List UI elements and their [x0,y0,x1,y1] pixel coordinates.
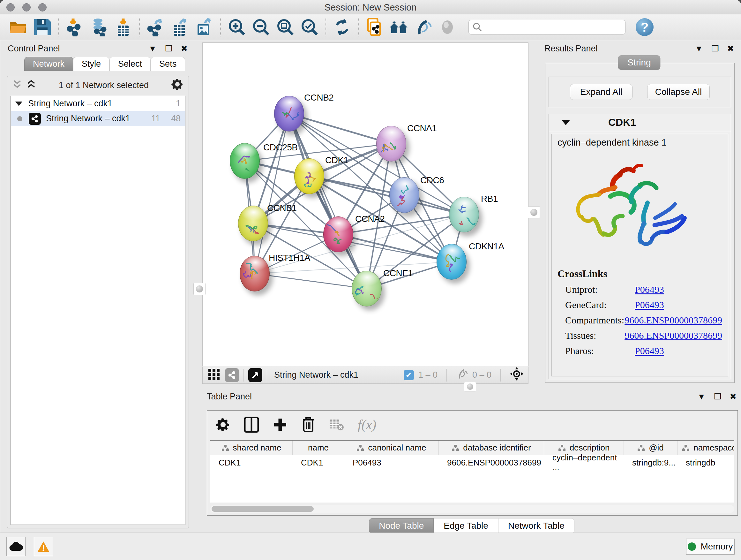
crosslink-link[interactable]: 9606.ENSP00000378699 [624,315,722,326]
column-header-namespace[interactable]: namespace [677,441,734,455]
search-box[interactable] [468,20,625,35]
results-tab-string[interactable]: String [618,55,660,70]
warnings-icon[interactable] [34,537,53,556]
import-network-from-database-icon[interactable] [89,17,109,37]
results-panel-float-icon[interactable]: ❐ [711,44,719,54]
network-node-rb1[interactable] [449,197,479,233]
collapse-all-networks-icon[interactable] [12,79,22,92]
right-splitter-handle[interactable] [528,206,540,219]
table-panel-float-icon[interactable]: ❐ [714,392,721,401]
export-network-icon[interactable] [146,17,165,37]
save-session-icon[interactable] [32,17,52,37]
control-panel-collapse-icon[interactable]: ▼ [148,44,157,54]
table-cell[interactable]: 9606.ENSP00000378699 [439,455,544,470]
crosslink-link[interactable]: P06493 [635,300,664,310]
table-panel-close-icon[interactable]: ✖ [730,392,737,401]
hidden-eye-slash-icon[interactable] [456,368,468,381]
zoom-in-icon[interactable] [227,17,247,37]
birdseye-view-icon[interactable] [248,368,262,382]
cloud-status-icon[interactable] [6,537,25,556]
refresh-icon[interactable] [332,17,352,37]
column-header-canonical-name[interactable]: canonical name [344,441,439,455]
column-header--id[interactable]: @id [624,441,677,455]
add-column-icon[interactable] [273,417,287,432]
table-cell[interactable]: cyclin–dependent ... [544,455,624,470]
tab-sets[interactable]: Sets [151,57,185,71]
table-cell[interactable]: P06493 [344,455,439,470]
table-settings-gear-icon[interactable] [216,418,230,432]
gene-collapse-icon[interactable] [562,120,570,125]
tab-network-table[interactable]: Network Table [498,518,575,534]
network-collection-row[interactable]: String Network – cdk1 1 [11,96,185,111]
table-horizontal-scrollbar[interactable] [210,505,734,513]
expand-all-button[interactable]: Expand All [570,84,632,100]
crosslink-row: Compartments:9606.ENSP00000378699 [557,315,722,326]
search-input[interactable] [485,22,621,32]
network-node-ccna2[interactable] [323,216,353,252]
network-row-selected[interactable]: String Network – cdk1 11 48 [11,111,185,126]
network-node-hist1h1a[interactable] [240,256,270,292]
zoom-selected-icon[interactable] [300,17,320,37]
network-canvas[interactable]: CCNB2CCNA1CDC25BCDK1CDC6RB1CCNB1CCNA2CDK… [202,43,529,366]
tab-style[interactable]: Style [73,57,110,71]
tab-select[interactable]: Select [110,57,151,71]
network-edge[interactable] [289,114,391,144]
network-edge[interactable] [255,114,289,273]
table-cell[interactable]: stringdb [677,455,734,470]
control-panel-close-icon[interactable]: ✖ [181,44,188,54]
duplicate-network-icon[interactable] [365,17,385,37]
help-icon[interactable]: ? [636,18,654,36]
export-image-icon[interactable] [194,17,214,37]
column-header-shared-name[interactable]: shared name [210,441,293,455]
tab-network[interactable]: Network [24,57,73,71]
network-node-ccnb2[interactable] [274,96,304,132]
network-options-gear-icon[interactable] [172,78,184,92]
collapse-all-button[interactable]: Collapse All [647,84,710,100]
open-session-icon[interactable] [8,17,28,37]
results-panel-collapse-icon[interactable]: ▼ [695,44,703,54]
column-header-name[interactable]: name [293,441,344,455]
network-node-ccna1[interactable] [376,126,406,162]
network-node-ccnb1[interactable] [238,206,268,241]
left-splitter-handle[interactable] [193,283,205,295]
tab-edge-table[interactable]: Edge Table [434,518,498,534]
network-node-cdc6[interactable] [389,177,419,213]
network-node-cdkn1a[interactable] [436,244,467,280]
delete-column-icon[interactable] [301,417,315,433]
network-node-cdc25b[interactable] [230,143,260,179]
import-network-from-file-icon[interactable] [65,17,84,37]
node-table[interactable]: shared namenamecanonical namedatabase id… [210,440,734,503]
column-header-database-identifier[interactable]: database identifier [439,441,544,455]
toggle-column-panel-icon[interactable] [244,417,259,433]
table-row[interactable]: CDK1CDK1P064939606.ENSP00000378699cyclin… [210,455,734,470]
export-table-icon[interactable] [170,17,190,37]
results-panel-close-icon[interactable]: ✖ [727,44,734,54]
scrollbar-thumb[interactable] [212,506,314,512]
table-panel-collapse-icon[interactable]: ▼ [697,392,705,401]
tab-node-table[interactable]: Node Table [369,518,434,534]
network-node-ccne1[interactable] [352,271,382,307]
search-icon [473,22,482,32]
network-node-cdk1[interactable] [294,159,324,194]
selected-checkbox-icon[interactable]: ✔ [404,370,414,380]
crosslink-link[interactable]: P06493 [635,284,664,295]
control-panel-float-icon[interactable]: ❐ [165,44,172,54]
expand-all-networks-icon[interactable] [26,79,36,92]
memory-button[interactable]: Memory [686,539,735,555]
pan-crosshair-icon[interactable] [510,367,524,383]
table-cell[interactable]: stringdb:9... [624,455,677,470]
network-edge[interactable] [255,273,367,289]
table-cell[interactable]: CDK1 [210,455,293,470]
first-neighbors-icon[interactable] [389,17,409,37]
zoom-out-icon[interactable] [251,17,271,37]
crosslink-link[interactable]: P06493 [635,346,664,356]
import-table-from-file-icon[interactable] [113,17,133,37]
crosslink-link[interactable]: 9606.ENSP00000378699 [624,330,722,341]
table-cell[interactable]: CDK1 [293,455,344,470]
zoom-fit-icon[interactable] [275,17,295,37]
gene-section-header[interactable]: CDK1 [549,114,731,131]
collection-expand-icon[interactable] [15,102,22,106]
grid-view-icon[interactable] [208,368,220,382]
network-overview-string-icon[interactable] [225,368,239,382]
hide-graphics-details-icon[interactable] [413,17,433,37]
